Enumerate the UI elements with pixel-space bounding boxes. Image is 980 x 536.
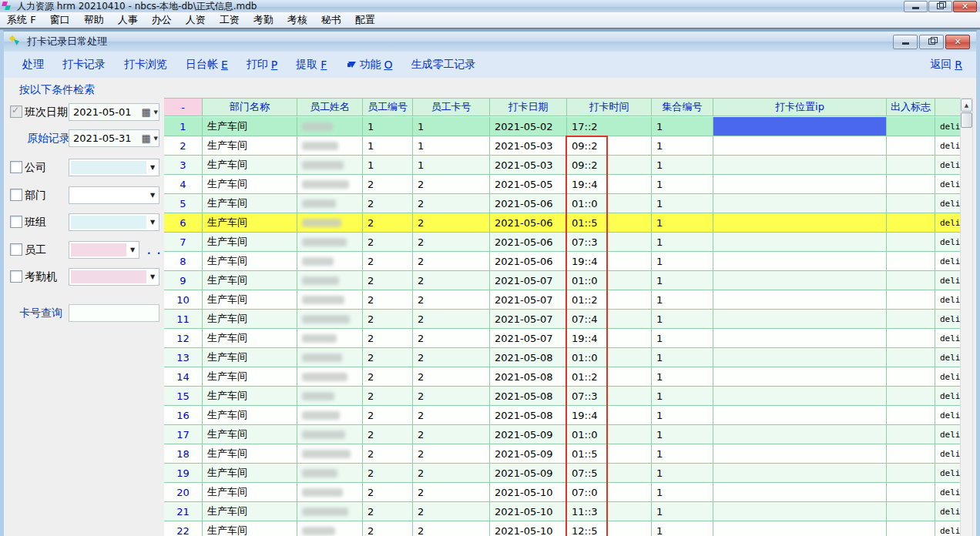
cell-r6-c8[interactable] (713, 213, 887, 233)
cell-r3-c1[interactable]: 生产车间 (203, 156, 297, 175)
cell-r4-c0[interactable]: 4 (164, 175, 203, 194)
cell-r13-c0[interactable]: 13 (164, 348, 203, 367)
cell-r9-c4[interactable]: 2 (413, 271, 490, 290)
cell-r7-c9[interactable] (887, 233, 935, 252)
cell-r10-c1[interactable]: 生产车间 (203, 290, 297, 310)
table-row-13[interactable]: 13生产车间222021-05-0801::01deli (164, 348, 961, 367)
table-row-19[interactable]: 19生产车间222021-05-0907::51deli (164, 464, 961, 483)
table-row-21[interactable]: 21生产车间222021-05-1011::31deli (164, 502, 961, 521)
cell-r7-c8[interactable] (713, 233, 887, 252)
cell-r19-c8[interactable] (713, 464, 887, 483)
company-combobox[interactable]: ▼ (69, 159, 159, 176)
cell-r4-c6[interactable]: 19::4 (567, 175, 652, 194)
cell-r3-c9[interactable] (887, 156, 935, 175)
cell-r14-c3[interactable]: 2 (363, 367, 413, 387)
cell-r16-c1[interactable]: 生产车间 (203, 406, 297, 425)
cell-r3-c10[interactable]: deli (935, 156, 961, 175)
back-link[interactable]: 返回R (930, 58, 962, 72)
cell-r21-c6[interactable]: 11::3 (567, 502, 652, 521)
machine-checkbox[interactable] (10, 270, 22, 283)
cell-r17-c4[interactable]: 2 (413, 425, 490, 444)
cell-r13-c2[interactable] (297, 348, 363, 367)
cell-r5-c0[interactable]: 5 (164, 194, 203, 213)
cell-r15-c9[interactable] (887, 387, 935, 406)
cell-r6-c2[interactable] (297, 213, 363, 233)
cell-r18-c10[interactable]: deli (935, 444, 961, 464)
cell-r14-c2[interactable] (297, 367, 363, 387)
restore-button[interactable] (928, 1, 952, 12)
cell-r19-c7[interactable]: 1 (652, 464, 713, 483)
vertical-scrollbar[interactable]: ▲ (960, 98, 973, 536)
cell-r12-c4[interactable]: 2 (413, 329, 490, 348)
cell-r11-c7[interactable]: 1 (652, 310, 713, 329)
cell-r6-c1[interactable]: 生产车间 (203, 213, 297, 233)
cell-r14-c6[interactable]: 01::2 (567, 367, 652, 387)
cell-r2-c4[interactable]: 1 (413, 136, 490, 156)
cell-r22-c3[interactable]: 2 (363, 521, 413, 536)
cell-r14-c10[interactable]: deli (935, 367, 961, 387)
cell-r2-c2[interactable] (297, 136, 363, 156)
cell-r7-c4[interactable]: 2 (413, 233, 490, 252)
cell-r5-c4[interactable]: 2 (413, 194, 490, 213)
cell-r13-c1[interactable]: 生产车间 (203, 348, 297, 367)
cell-r13-c8[interactable] (713, 348, 887, 367)
cell-r2-c3[interactable]: 1 (363, 136, 413, 156)
cell-r5-c5[interactable]: 2021-05-06 (490, 194, 567, 213)
chevron-down-icon[interactable]: ▼ (154, 136, 158, 142)
cell-r9-c10[interactable]: deli (935, 271, 961, 290)
cell-r17-c2[interactable] (297, 425, 363, 444)
cell-r7-c10[interactable]: deli (935, 233, 961, 252)
cell-r10-c2[interactable] (297, 290, 363, 310)
cell-r8-c9[interactable] (887, 252, 935, 271)
scrollbar-up-arrow[interactable]: ▲ (961, 99, 972, 112)
shift-date-field[interactable]: 2021-05-01 ▦ ▼ (69, 103, 159, 121)
cell-r18-c2[interactable] (297, 444, 363, 464)
cell-r14-c4[interactable]: 2 (413, 367, 490, 387)
table-row-5[interactable]: 5生产车间222021-05-0601::01deli (164, 194, 961, 213)
cell-r10-c7[interactable]: 1 (652, 290, 713, 310)
cell-r13-c9[interactable] (887, 348, 935, 367)
cell-r17-c10[interactable]: deli (935, 425, 961, 444)
cell-r1-c7[interactable]: 1 (652, 117, 713, 136)
table-row-7[interactable]: 7生产车间222021-05-0607::31deli (164, 233, 961, 252)
cell-r20-c3[interactable]: 2 (363, 483, 413, 502)
cell-r15-c5[interactable]: 2021-05-08 (490, 387, 567, 406)
scrollbar-thumb[interactable] (961, 112, 972, 128)
cell-r7-c1[interactable]: 生产车间 (203, 233, 297, 252)
department-checkbox[interactable] (10, 189, 22, 201)
cell-r16-c5[interactable]: 2021-05-08 (490, 406, 567, 425)
cell-r18-c7[interactable]: 1 (652, 444, 713, 464)
cell-r8-c1[interactable]: 生产车间 (203, 252, 297, 271)
cell-r9-c1[interactable]: 生产车间 (203, 271, 297, 290)
cell-r8-c4[interactable]: 2 (413, 252, 490, 271)
cell-r6-c3[interactable]: 2 (363, 213, 413, 233)
cell-r20-c10[interactable]: deli (935, 483, 961, 502)
cell-r11-c9[interactable] (887, 310, 935, 329)
cell-r3-c7[interactable]: 1 (652, 156, 713, 175)
cell-r7-c5[interactable]: 2021-05-06 (490, 233, 567, 252)
cell-r16-c6[interactable]: 19::4 (567, 406, 652, 425)
chevron-down-icon[interactable]: ▼ (154, 109, 158, 116)
chevron-down-icon[interactable]: ▼ (146, 273, 159, 280)
cell-r20-c4[interactable]: 2 (413, 483, 490, 502)
cell-r4-c3[interactable]: 2 (363, 175, 413, 194)
cell-r8-c7[interactable]: 1 (652, 252, 713, 271)
cell-r22-c1[interactable]: 生产车间 (203, 521, 297, 536)
cell-r11-c8[interactable] (713, 310, 887, 329)
cell-r12-c10[interactable]: deli (935, 329, 961, 348)
shift-date-checkbox[interactable] (10, 106, 22, 118)
chevron-down-icon[interactable]: ▼ (146, 219, 159, 226)
cell-r2-c1[interactable]: 生产车间 (203, 136, 297, 156)
cell-r1-c2[interactable] (297, 117, 363, 136)
cell-r1-c10[interactable]: deli (935, 117, 961, 136)
cell-r21-c10[interactable]: deli (935, 502, 961, 521)
cell-r20-c6[interactable]: 07::0 (567, 483, 652, 502)
cell-r22-c4[interactable]: 2 (413, 521, 490, 536)
employee-combobox[interactable]: ▼ (69, 241, 139, 259)
cell-r4-c1[interactable]: 生产车间 (203, 175, 297, 194)
cell-r16-c0[interactable]: 16 (164, 406, 203, 425)
cell-r2-c0[interactable]: 2 (164, 136, 203, 156)
cell-r10-c5[interactable]: 2021-05-07 (490, 290, 567, 310)
calendar-icon[interactable]: ▦ (142, 133, 153, 144)
cell-r1-c9[interactable] (887, 117, 935, 136)
